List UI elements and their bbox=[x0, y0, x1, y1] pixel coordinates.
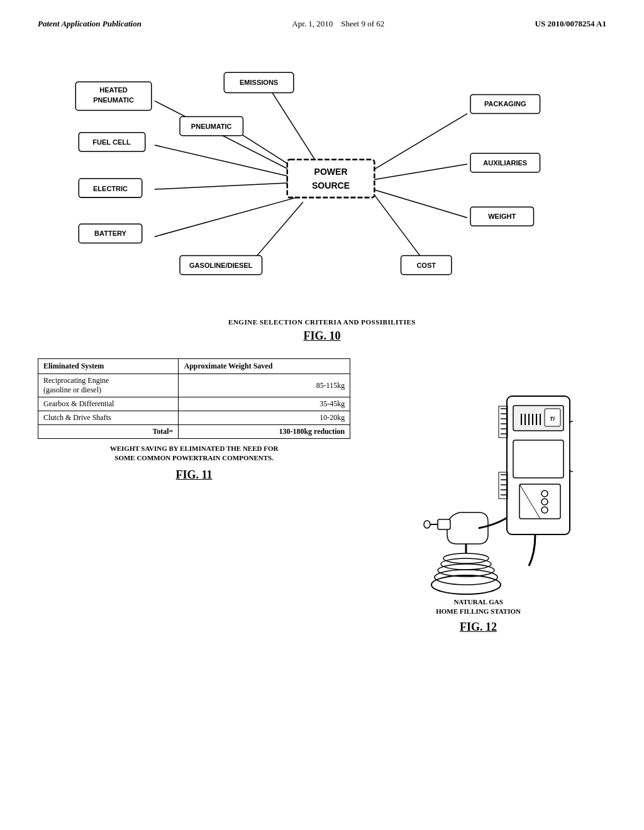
svg-text:BATTERY: BATTERY bbox=[94, 230, 127, 237]
weight-cell: 85-115kg bbox=[179, 374, 350, 397]
fig10-diagram: HEATED PNEUMATIC EMISSIONS PNEUMATIC FUE… bbox=[38, 48, 606, 312]
svg-rect-70 bbox=[513, 440, 564, 478]
svg-text:FUEL CELL: FUEL CELL bbox=[92, 138, 131, 146]
svg-text:PNEUMATIC: PNEUMATIC bbox=[191, 123, 232, 130]
header-sheet: Sheet 9 of 62 bbox=[341, 19, 384, 28]
fig10-label: FIG. 10 bbox=[38, 329, 606, 343]
table-row: Gearbox & Differential35-45kg bbox=[38, 397, 350, 411]
weight-table: Eliminated System Approximate Weight Sav… bbox=[38, 358, 350, 439]
total-label: Total= bbox=[38, 425, 179, 439]
table-row: Reciprocating Engine(gasoline or diesel)… bbox=[38, 374, 350, 397]
svg-text:SOURCE: SOURCE bbox=[312, 180, 350, 191]
svg-line-10 bbox=[372, 189, 467, 218]
col2-header: Approximate Weight Saved bbox=[179, 359, 350, 374]
svg-text:PNEUMATIC: PNEUMATIC bbox=[93, 96, 134, 104]
svg-text:HEATED: HEATED bbox=[99, 86, 128, 94]
header-date: Apr. 1, 2010 bbox=[292, 19, 333, 28]
svg-rect-71 bbox=[519, 484, 560, 519]
weight-cell: 10-20kg bbox=[179, 411, 350, 425]
fig12-device-svg: Ti bbox=[384, 358, 573, 597]
fig12-label: FIG. 12 bbox=[460, 621, 497, 634]
fig11-section: Eliminated System Approximate Weight Sav… bbox=[38, 358, 350, 628]
svg-point-74 bbox=[541, 499, 548, 505]
system-cell: Reciprocating Engine(gasoline or diesel) bbox=[38, 374, 179, 397]
svg-text:ELECTRIC: ELECTRIC bbox=[93, 185, 128, 192]
svg-rect-25 bbox=[287, 160, 375, 197]
svg-line-9 bbox=[372, 164, 467, 180]
header-title: Patent Application Publication bbox=[38, 19, 142, 29]
svg-text:PACKAGING: PACKAGING bbox=[484, 100, 526, 108]
svg-line-6 bbox=[155, 196, 303, 236]
header-patent: US 2010/0078254 A1 bbox=[535, 19, 606, 29]
svg-text:GASOLINE/DIESEL: GASOLINE/DIESEL bbox=[189, 262, 253, 269]
svg-rect-76 bbox=[570, 421, 573, 472]
col1-header: Eliminated System bbox=[38, 359, 179, 374]
fig12-section: Ti NATURAL GASHOME FILLING STATION FIG. bbox=[350, 358, 606, 640]
svg-point-75 bbox=[541, 507, 548, 513]
table-row: Clutch & Drive Shafts10-20kg bbox=[38, 411, 350, 425]
svg-line-8 bbox=[372, 114, 467, 170]
fig10-caption: ENGINE SELECTION CRITERIA AND POSSIBILIT… bbox=[38, 318, 606, 326]
header-info: Apr. 1, 2010 Sheet 9 of 62 bbox=[292, 19, 384, 29]
system-cell: Clutch & Drive Shafts bbox=[38, 411, 179, 425]
svg-text:COST: COST bbox=[416, 262, 436, 269]
weight-cell: 35-45kg bbox=[179, 397, 350, 411]
svg-point-46 bbox=[424, 521, 430, 528]
fig10-svg: HEATED PNEUMATIC EMISSIONS PNEUMATIC FUE… bbox=[38, 48, 606, 312]
svg-rect-44 bbox=[438, 519, 450, 529]
svg-line-4 bbox=[155, 183, 287, 189]
svg-line-1 bbox=[272, 91, 316, 160]
svg-text:POWER: POWER bbox=[314, 167, 348, 177]
total-value: 130-180kg reduction bbox=[179, 425, 350, 439]
svg-line-0 bbox=[155, 101, 303, 177]
page: Patent Application Publication Apr. 1, 2… bbox=[0, 0, 644, 830]
svg-text:WEIGHT: WEIGHT bbox=[488, 213, 516, 220]
fig12-caption: NATURAL GASHOME FILLING STATION bbox=[436, 597, 521, 617]
svg-text:AUXILIARIES: AUXILIARIES bbox=[483, 159, 527, 167]
fig11-label: FIG. 11 bbox=[38, 468, 350, 482]
system-cell: Gearbox & Differential bbox=[38, 397, 179, 411]
total-row: Total=130-180kg reduction bbox=[38, 425, 350, 439]
fig11-caption: WEIGHT SAVING BY ELIMINATED THE NEED FOR… bbox=[38, 444, 350, 463]
svg-text:EMISSIONS: EMISSIONS bbox=[240, 79, 278, 86]
page-header: Patent Application Publication Apr. 1, 2… bbox=[38, 19, 606, 29]
svg-rect-54 bbox=[499, 406, 508, 438]
bottom-section: Eliminated System Approximate Weight Sav… bbox=[38, 358, 606, 640]
svg-point-73 bbox=[541, 490, 548, 497]
svg-text:Ti: Ti bbox=[550, 416, 555, 422]
svg-line-3 bbox=[155, 145, 291, 177]
